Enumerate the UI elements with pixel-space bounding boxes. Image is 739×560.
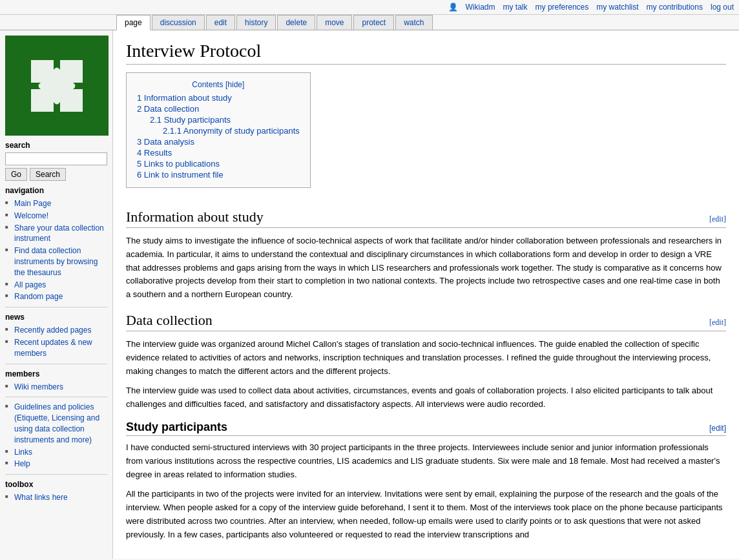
tab-delete[interactable]: delete — [277, 15, 315, 30]
nav-item-welcome[interactable]: Welcome! — [5, 210, 107, 222]
news-section-title: news — [5, 313, 107, 322]
policies-item-links[interactable]: Links — [5, 446, 107, 459]
toc-item-1[interactable]: 1 Information about study — [137, 93, 300, 103]
top-bar: 👤 Wikiadm my talk my preferences my watc… — [0, 0, 739, 15]
search-section-title: search — [5, 141, 107, 150]
divider-2 — [5, 364, 107, 364]
toolbox-item-what-links[interactable]: What links here — [5, 492, 107, 504]
layout: search Go Search navigation Main Page We… — [0, 30, 739, 559]
go-button[interactable]: Go — [5, 168, 27, 181]
policies-nav: Guidelines and policies (Etiquette, Lice… — [5, 401, 107, 470]
toc-item-2-1-1[interactable]: 2.1.1 Anonymity of study participants — [137, 126, 300, 136]
username-link[interactable]: Wikiadm — [466, 3, 495, 12]
toc-item-3[interactable]: 3 Data analysis — [137, 137, 300, 147]
toolbox-list: What links here — [5, 492, 107, 504]
tab-history[interactable]: history — [236, 15, 276, 30]
section-title-info-study: Information about study — [126, 209, 264, 225]
nav-item-main-page[interactable]: Main Page — [5, 198, 107, 210]
nav-item-all-pages[interactable]: All pages — [5, 279, 107, 291]
my-contributions-link[interactable]: my contributions — [647, 3, 703, 12]
search-buttons: Go Search — [5, 168, 107, 181]
section-heading-data-collection: Data collection [edit] — [126, 312, 726, 331]
para-data-collection-2: The interview guide was used to collect … — [126, 384, 726, 411]
members-section-title: members — [5, 369, 107, 379]
navigation-section-title: navigation — [5, 186, 107, 195]
site-logo — [5, 36, 109, 136]
news-item-recently-added[interactable]: Recently added pages — [5, 324, 107, 337]
para-study-participants-1: I have conducted semi-structured intervi… — [126, 441, 726, 481]
tab-watch[interactable]: watch — [395, 15, 432, 30]
navigation-nav: Main Page Welcome! Share your data colle… — [5, 198, 107, 303]
tab-edit[interactable]: edit — [206, 15, 235, 30]
news-nav: Recently added pages Recent updates & ne… — [5, 324, 107, 359]
para-info-study-1: The study aims to investigate the influe… — [126, 234, 726, 302]
tab-move[interactable]: move — [317, 15, 352, 30]
divider-4 — [5, 474, 107, 475]
policies-list: Guidelines and policies (Etiquette, Lice… — [5, 401, 107, 470]
news-list: Recently added pages Recent updates & ne… — [5, 324, 107, 359]
navigation-list: Main Page Welcome! Share your data colle… — [5, 198, 107, 303]
user-icon: 👤 — [448, 3, 458, 12]
nav-item-random[interactable]: Random page — [5, 291, 107, 303]
news-item-recent-updates[interactable]: Recent updates & new members — [5, 337, 107, 360]
my-preferences-link[interactable]: my preferences — [536, 3, 589, 12]
toc-title: Contents [hide] — [137, 79, 300, 89]
tab-protect[interactable]: protect — [353, 15, 394, 30]
page-title: Interview Protocol — [126, 41, 726, 65]
toc-item-2-1[interactable]: 2.1 Study participants — [137, 115, 300, 125]
toc-title-text: Contents — [192, 80, 223, 89]
divider-1 — [5, 307, 107, 307]
subsection-heading-study-participants: Study participants [edit] — [126, 420, 726, 436]
search-button[interactable]: Search — [30, 168, 66, 181]
divider-3 — [5, 397, 107, 397]
tab-discussion[interactable]: discussion — [152, 15, 205, 30]
nav-item-share[interactable]: Share your data collection instrument — [5, 222, 107, 245]
toolbox-section-title: toolbox — [5, 480, 107, 489]
members-list: Wiki members — [5, 381, 107, 393]
members-nav: Wiki members — [5, 381, 107, 393]
search-input[interactable] — [5, 152, 107, 165]
toc-item-5[interactable]: 5 Links to publications — [137, 159, 300, 169]
toc-hide-link[interactable]: [hide] — [225, 80, 244, 89]
tab-page[interactable]: page — [116, 15, 151, 30]
edit-link-data-collection[interactable]: [edit] — [709, 318, 726, 327]
section-heading-info-study: Information about study [edit] — [126, 209, 726, 228]
toc-item-6[interactable]: 6 Link to instrument file — [137, 170, 300, 180]
search-box: Go Search — [5, 152, 107, 181]
section-title-data-collection: Data collection — [126, 312, 213, 329]
my-talk-link[interactable]: my talk — [503, 3, 528, 12]
my-watchlist-link[interactable]: my watchlist — [596, 3, 638, 12]
policies-item-guidelines[interactable]: Guidelines and policies (Etiquette, Lice… — [5, 401, 107, 446]
log-out-link[interactable]: log out — [711, 3, 734, 12]
nav-item-find[interactable]: Find data collection instruments by brow… — [5, 245, 107, 278]
toc-item-2[interactable]: 2 Data collection — [137, 104, 300, 114]
table-of-contents: Contents [hide] 1 Information about stud… — [126, 72, 311, 188]
para-study-participants-2: All the participants in two of the proje… — [126, 488, 726, 541]
sidebar: search Go Search navigation Main Page We… — [0, 30, 113, 559]
para-data-collection-1: The interview guide was organized around… — [126, 338, 726, 378]
toolbox-nav: What links here — [5, 492, 107, 504]
edit-link-info-study[interactable]: [edit] — [709, 214, 726, 224]
page-tabs: page discussion edit history delete move… — [0, 15, 739, 30]
toc-list: 1 Information about study 2 Data collect… — [137, 93, 300, 180]
edit-link-study-participants[interactable]: [edit] — [709, 424, 726, 433]
toc-item-4[interactable]: 4 Results — [137, 148, 300, 158]
members-item-wiki[interactable]: Wiki members — [5, 381, 107, 393]
policies-item-help[interactable]: Help — [5, 458, 107, 470]
subsection-title-study-participants: Study participants — [126, 420, 227, 434]
main-content: Interview Protocol Contents [hide] 1 Inf… — [113, 30, 739, 559]
